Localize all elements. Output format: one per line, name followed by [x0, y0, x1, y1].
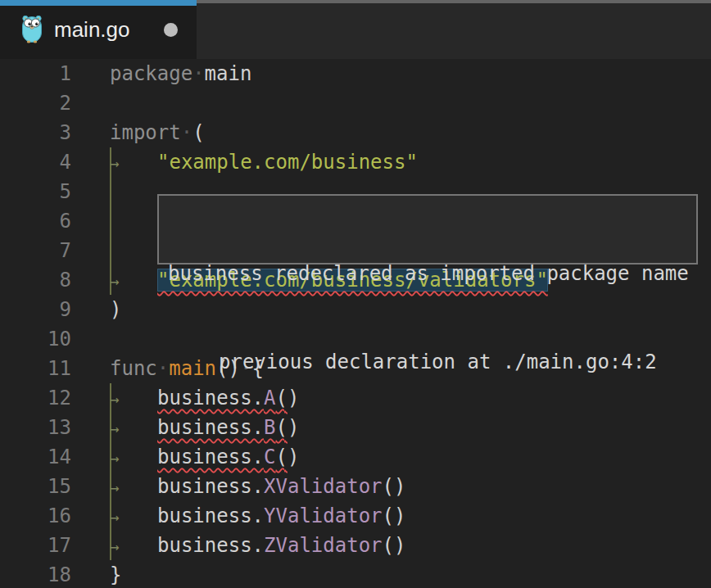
line-content: →business.C(): [110, 442, 299, 472]
tab-whitespace: →: [110, 413, 157, 443]
tab-title: main.go: [54, 17, 130, 43]
token-member: YValidator: [264, 504, 383, 527]
tab-arrow-icon: →: [110, 537, 119, 555]
window-top-edge: [197, 0, 711, 3]
code-line-16[interactable]: 16→business.YValidator(): [0, 501, 711, 531]
line-number[interactable]: 8: [0, 265, 71, 295]
token-kw: import: [110, 121, 181, 144]
line-number[interactable]: 9: [0, 295, 71, 324]
tab-whitespace: →: [110, 147, 157, 178]
error-message-line: business redeclared as imported package …: [168, 259, 696, 288]
token-member: XValidator: [264, 475, 383, 498]
tab-arrow-icon: →: [110, 390, 119, 408]
token-ws: ·: [181, 121, 192, 144]
token-plain: (: [276, 446, 288, 468]
line-number[interactable]: 7: [0, 236, 71, 265]
editor-tab-bar: main.go: [0, 0, 711, 59]
line-number[interactable]: 16: [0, 501, 71, 531]
line-number[interactable]: 15: [0, 472, 71, 501]
token-plain: }: [110, 563, 121, 586]
line-content: }: [110, 560, 121, 588]
line-number[interactable]: 11: [0, 354, 71, 383]
token-kw: package: [110, 62, 192, 85]
tab-arrow-icon: →: [110, 478, 119, 496]
token-plain: (): [383, 504, 406, 527]
line-number[interactable]: 2: [0, 88, 71, 118]
token-plain: (: [192, 121, 204, 144]
line-content: →business.ZValidator(): [110, 531, 405, 560]
token-plain: ): [110, 298, 121, 321]
line-content: import·(: [110, 118, 205, 147]
code-editor-window: main.go 1package·main23import·(4→"exampl…: [0, 0, 711, 588]
line-number[interactable]: 14: [0, 442, 71, 472]
tab-whitespace: →: [110, 472, 157, 502]
token-member: C: [264, 446, 275, 468]
code-line-18[interactable]: 18}: [0, 560, 711, 588]
token-plain: business.: [157, 504, 264, 527]
line-content: →"example.com/business": [110, 147, 418, 177]
unsaved-changes-dot[interactable]: [164, 23, 178, 37]
line-number[interactable]: 1: [0, 59, 71, 88]
tab-arrow-icon: →: [110, 508, 119, 526]
code-line-2[interactable]: 2: [0, 88, 711, 118]
token-member: ZValidator: [264, 534, 383, 557]
line-content: →business.XValidator(): [110, 472, 405, 501]
token-ws: ·: [192, 62, 204, 85]
token-plain: business.: [157, 475, 264, 498]
code-line-15[interactable]: 15→business.XValidator(): [0, 472, 711, 501]
line-number[interactable]: 12: [0, 383, 71, 413]
tab-arrow-icon: →: [110, 419, 119, 437]
code-line-17[interactable]: 17→business.ZValidator(): [0, 531, 711, 560]
code-editor-area[interactable]: 1package·main23import·(4→"example.com/bu…: [0, 59, 711, 588]
tab-whitespace: →: [110, 501, 157, 531]
line-number[interactable]: 13: [0, 413, 71, 442]
line-number[interactable]: 10: [0, 324, 71, 354]
token-plain: ): [288, 446, 299, 468]
tab-arrow-icon: →: [110, 449, 119, 467]
token-plain: main: [205, 62, 252, 85]
line-content: ): [110, 295, 121, 324]
tab-arrow-icon: →: [110, 272, 119, 290]
line-number[interactable]: 18: [0, 560, 71, 588]
tab-whitespace: →: [110, 442, 157, 473]
line-content: →business.YValidator(): [110, 501, 405, 531]
error-hover-tooltip: business redeclared as imported package …: [157, 194, 698, 265]
line-number[interactable]: 6: [0, 206, 71, 236]
tab-whitespace: →: [110, 531, 157, 561]
line-number[interactable]: 17: [0, 531, 71, 560]
token-plain: (): [383, 534, 406, 557]
token-plain: (): [383, 475, 406, 498]
tab-whitespace: →: [110, 265, 157, 296]
error-detail-line: previous declaration at ./main.go:4:2: [168, 347, 696, 377]
line-number[interactable]: 5: [0, 177, 71, 206]
tab-main-go[interactable]: main.go: [0, 0, 197, 59]
error-squiggle-span: business.C(: [157, 446, 288, 468]
line-content: package·main: [110, 59, 251, 88]
code-line-3[interactable]: 3import·(: [0, 118, 711, 147]
token-str: "example.com/business": [157, 151, 418, 174]
token-plain: business.: [157, 534, 264, 557]
active-tab-accent-bar: [0, 0, 197, 6]
go-gopher-icon: [21, 15, 43, 44]
line-number[interactable]: 4: [0, 147, 71, 177]
token-plain: business.: [157, 446, 264, 468]
code-line-14[interactable]: 14→business.C(): [0, 442, 711, 472]
token-kw: func: [110, 357, 157, 380]
code-line-1[interactable]: 1package·main: [0, 59, 711, 88]
tab-arrow-icon: →: [110, 154, 119, 172]
line-number[interactable]: 3: [0, 118, 71, 147]
tab-whitespace: →: [110, 383, 157, 414]
code-line-4[interactable]: 4→"example.com/business": [0, 147, 711, 177]
